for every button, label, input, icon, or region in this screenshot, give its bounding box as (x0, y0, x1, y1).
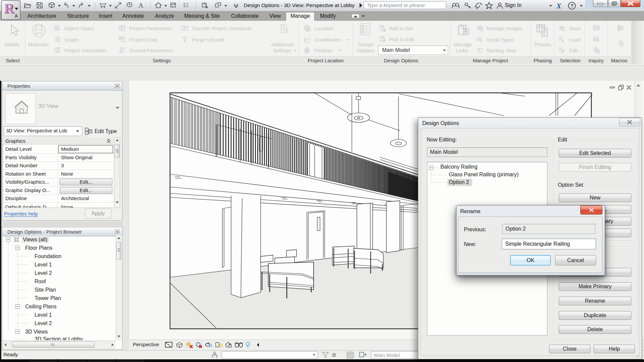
svg-text:X: X (556, 2, 562, 10)
svg-text:R: R (4, 1, 14, 16)
svg-text:?: ? (571, 3, 574, 8)
svg-text:A: A (139, 2, 144, 9)
